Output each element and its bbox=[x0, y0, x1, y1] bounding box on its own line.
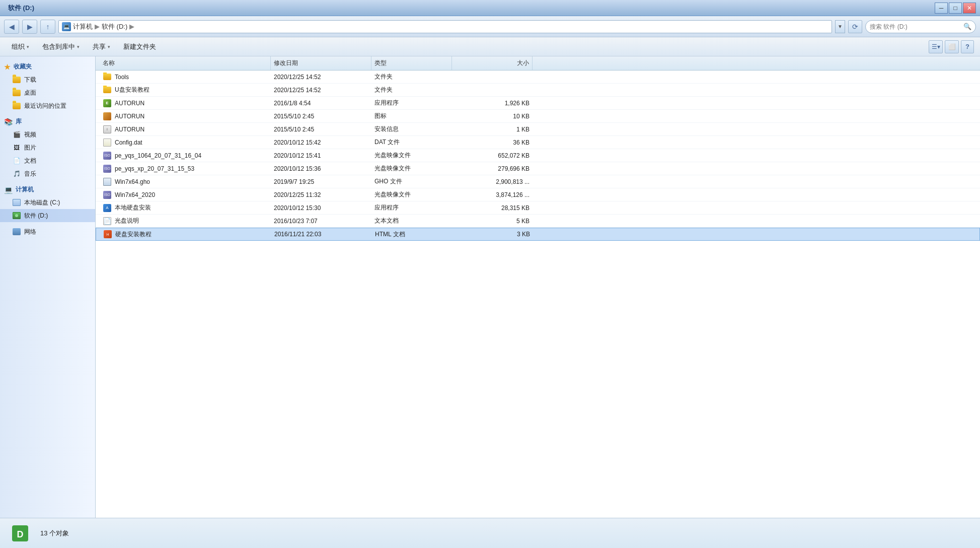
favorites-label: 收藏夹 bbox=[14, 62, 32, 71]
table-row[interactable]: ISO pe_yqs_1064_20_07_31_16_04 2020/10/1… bbox=[96, 149, 980, 162]
view-button[interactable]: ☰▾ bbox=[929, 40, 943, 53]
titlebar: 软件 (D:) ─ □ ✕ bbox=[0, 0, 980, 16]
organize-arrow: ▾ bbox=[27, 44, 29, 49]
file-type: 文件夹 bbox=[371, 73, 452, 81]
file-name: Tools bbox=[100, 73, 271, 82]
share-label: 共享 bbox=[93, 42, 106, 51]
star-icon: ★ bbox=[4, 63, 11, 71]
help-button[interactable]: ? bbox=[961, 40, 974, 53]
col-header-name[interactable]: 名称 bbox=[100, 56, 271, 70]
library-section: 📚 库 🎬 视频 🖼 图片 📄 文档 🎵 音乐 bbox=[0, 115, 95, 180]
table-row[interactable]: ISO pe_yqs_xp_20_07_31_15_53 2020/10/12 … bbox=[96, 162, 980, 175]
table-row[interactable]: ISO Win7x64_2020 2020/12/25 11:32 光盘映像文件… bbox=[96, 188, 980, 201]
search-input[interactable] bbox=[870, 23, 961, 30]
status-count: 13 个对象 bbox=[40, 529, 69, 538]
breadcrumb[interactable]: 💻 计算机 ▶ 软件 (D:) ▶ bbox=[58, 20, 832, 33]
addressbar: ◀ ▶ ↑ 💻 计算机 ▶ 软件 (D:) ▶ ▼ ⟳ 🔍 bbox=[0, 16, 980, 37]
window-controls: ─ □ ✕ bbox=[935, 3, 976, 14]
drive-c-label: 本地磁盘 (C:) bbox=[24, 198, 60, 207]
file-type: 应用程序 bbox=[371, 99, 452, 107]
file-date: 2016/11/21 22:03 bbox=[271, 231, 372, 238]
col-header-type[interactable]: 类型 bbox=[371, 56, 452, 70]
table-row[interactable]: Win7x64.gho 2019/9/7 19:25 GHO 文件 2,900,… bbox=[96, 175, 980, 188]
svg-text:D: D bbox=[17, 529, 24, 539]
recent-label: 最近访问的位置 bbox=[24, 102, 66, 110]
table-row[interactable]: Config.dat 2020/10/12 15:42 DAT 文件 36 KB bbox=[96, 136, 980, 149]
forward-button[interactable]: ▶ bbox=[22, 20, 37, 34]
computer-nav-label: 计算机 bbox=[16, 185, 34, 194]
maximize-button[interactable]: □ bbox=[949, 3, 962, 14]
refresh-button[interactable]: ⟳ bbox=[848, 20, 862, 33]
table-row[interactable]: Tools 2020/12/25 14:52 文件夹 bbox=[96, 71, 980, 84]
favorites-header[interactable]: ★ 收藏夹 bbox=[0, 60, 95, 73]
breadcrumb-sep1: ▶ bbox=[95, 23, 100, 30]
minimize-button[interactable]: ─ bbox=[935, 3, 948, 14]
file-date: 2020/12/25 14:52 bbox=[271, 87, 371, 94]
sidebar-item-image[interactable]: 🖼 图片 bbox=[0, 141, 95, 154]
file-type: 光盘映像文件 bbox=[371, 164, 452, 173]
file-date: 2020/12/25 11:32 bbox=[271, 191, 371, 198]
breadcrumb-sep2: ▶ bbox=[129, 23, 134, 30]
file-icon: ISO bbox=[103, 164, 112, 173]
computer-icon: 💻 bbox=[62, 22, 71, 31]
sidebar-item-desktop[interactable]: 桌面 bbox=[0, 86, 95, 99]
preview-pane-button[interactable]: ⬜ bbox=[945, 40, 959, 53]
include-label: 包含到库中 bbox=[42, 42, 75, 51]
file-size: 1 KB bbox=[452, 126, 533, 133]
sidebar-item-drive-d[interactable]: 软件 (D:) bbox=[0, 209, 95, 222]
network-label: 网络 bbox=[24, 228, 36, 236]
back-button[interactable]: ◀ bbox=[4, 20, 19, 34]
include-button[interactable]: 包含到库中 ▾ bbox=[37, 40, 85, 54]
file-icon: ISO bbox=[103, 190, 112, 199]
drive-c-icon bbox=[12, 198, 21, 207]
file-name: U盘安装教程 bbox=[100, 86, 271, 95]
up-button[interactable]: ↑ bbox=[40, 20, 55, 34]
statusbar: D 13 个对象 bbox=[0, 518, 980, 548]
sidebar-item-music[interactable]: 🎵 音乐 bbox=[0, 167, 95, 180]
table-row[interactable]: i AUTORUN 2015/5/10 2:45 安装信息 1 KB bbox=[96, 123, 980, 136]
drive-d-icon bbox=[12, 211, 21, 220]
file-icon bbox=[103, 138, 112, 147]
doc-label: 文档 bbox=[24, 157, 36, 165]
share-arrow: ▾ bbox=[108, 44, 110, 49]
table-row[interactable]: E AUTORUN 2016/1/8 4:54 应用程序 1,926 KB bbox=[96, 97, 980, 110]
file-area: 名称 修改日期 类型 大小 Tools 2020/12/25 14:52 文件夹… bbox=[96, 56, 980, 518]
drive-d-label: 软件 (D:) bbox=[24, 212, 48, 220]
sidebar-item-video[interactable]: 🎬 视频 bbox=[0, 128, 95, 141]
file-size: 36 KB bbox=[452, 139, 533, 146]
computer-header[interactable]: 💻 计算机 bbox=[0, 183, 95, 196]
window-title: 软件 (D:) bbox=[8, 4, 34, 13]
file-date: 2015/5/10 2:45 bbox=[271, 126, 371, 133]
search-icon[interactable]: 🔍 bbox=[963, 23, 971, 30]
address-dropdown[interactable]: ▼ bbox=[835, 20, 845, 33]
file-date: 2020/10/12 15:42 bbox=[271, 139, 371, 146]
doc-icon: 📄 bbox=[12, 156, 21, 165]
video-icon: 🎬 bbox=[12, 130, 21, 139]
close-button[interactable]: ✕ bbox=[963, 3, 976, 14]
file-size: 10 KB bbox=[452, 113, 533, 120]
file-name: AUTORUN bbox=[100, 112, 271, 121]
sidebar-item-drive-c[interactable]: 本地磁盘 (C:) bbox=[0, 196, 95, 209]
table-row[interactable]: U盘安装教程 2020/12/25 14:52 文件夹 bbox=[96, 84, 980, 97]
table-row[interactable]: A 本地硬盘安装 2020/10/12 15:30 应用程序 28,315 KB bbox=[96, 201, 980, 215]
file-type: DAT 文件 bbox=[371, 138, 452, 147]
computer-nav-icon: 💻 bbox=[4, 186, 13, 194]
drive-label: 软件 (D:) bbox=[102, 22, 127, 31]
col-header-size[interactable]: 大小 bbox=[452, 56, 533, 70]
table-row[interactable]: H 硬盘安装教程 2016/11/21 22:03 HTML 文档 3 KB bbox=[96, 228, 980, 241]
sidebar-item-network[interactable]: 网络 bbox=[0, 225, 95, 238]
sidebar-item-recent[interactable]: 最近访问的位置 bbox=[0, 99, 95, 112]
table-row[interactable]: 📄 光盘说明 2016/10/23 7:07 文本文档 5 KB bbox=[96, 215, 980, 228]
library-header[interactable]: 📚 库 bbox=[0, 115, 95, 128]
sidebar-item-doc[interactable]: 📄 文档 bbox=[0, 154, 95, 167]
file-name: ISO Win7x64_2020 bbox=[100, 190, 271, 199]
table-row[interactable]: AUTORUN 2015/5/10 2:45 图标 10 KB bbox=[96, 110, 980, 123]
organize-button[interactable]: 组织 ▾ bbox=[6, 40, 35, 54]
file-date: 2019/9/7 19:25 bbox=[271, 178, 371, 185]
sidebar-item-downloads[interactable]: 下载 bbox=[0, 73, 95, 86]
col-header-date[interactable]: 修改日期 bbox=[271, 56, 371, 70]
new-folder-button[interactable]: 新建文件夹 bbox=[118, 40, 162, 54]
share-button[interactable]: 共享 ▾ bbox=[87, 40, 116, 54]
file-icon: i bbox=[103, 125, 112, 134]
image-label: 图片 bbox=[24, 144, 36, 152]
